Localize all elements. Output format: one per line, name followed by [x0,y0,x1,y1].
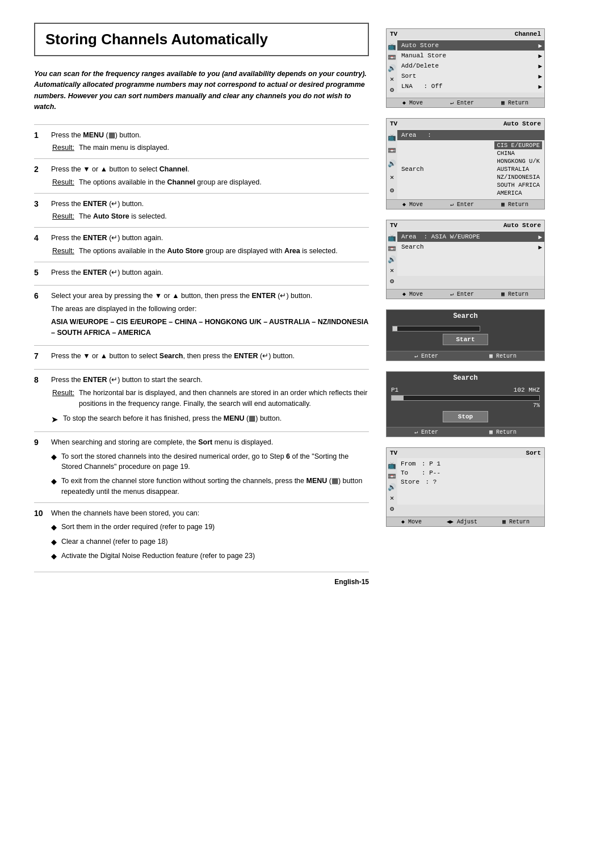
auto-store-panel-2: TV Auto Store 📺 📼 🔊 ✕ ⚙ Area : ASIA W/EU… [386,220,545,299]
area-list: CIS E/EUROPE CHINA HONGKONG U/K AUSTRALI… [494,141,542,197]
x-icon: ✕ [388,265,396,276]
area-item: SOUTH AFRICA [494,181,542,189]
frequency-value: 102 MHZ [514,387,540,393]
tv-icons-col: 📺 📼 🔊 ✕ ⚙ [387,129,397,199]
step-num: 2 [34,164,43,174]
step-5: 5 Press the ENTER (↵) button again. [34,262,369,286]
footer-return: ▦ Return [501,291,528,297]
step-content: When searching and storing are complete,… [51,437,369,497]
vcr-icon: 📼 [388,471,396,482]
search-start-panel: Search Start ↵ Enter ▦ Return [386,309,545,361]
area-item: AUSTRALIA [494,165,542,173]
menu-auto-store: Auto Store ▶ [397,40,544,51]
panel-autostore-title2: Auto Store [503,222,541,229]
step-6: 6 Select your area by pressing the ▼ or … [34,285,369,345]
area-item: NZ/INDONESIA [494,173,542,181]
panel-sort-title: Sort [526,450,541,456]
tv-icon: 📺 [388,233,396,244]
search-active-fill [392,396,404,400]
menu-sort: Sort ▶ [397,71,544,81]
step-num: 10 [34,508,43,518]
search-active-bar [391,395,540,401]
panel-tv-label: TV [390,120,397,127]
step-num: 4 [34,233,43,242]
step-7: 7 Press the ▼ or ▲ button to select Sear… [34,345,369,369]
step-content: Press the ENTER (↵) button. Result: The … [51,199,369,223]
start-button[interactable]: Start [443,334,488,345]
step-4: 4 Press the ENTER (↵) button again. Resu… [34,227,369,262]
panels-column: TV Channel 📺 📼 🔊 ✕ ⚙ Auto Store ▶ [386,23,545,586]
panel-tv-label: TV [390,31,397,37]
stop-button[interactable]: Stop [443,411,488,422]
page-title: Storing Channels Automatically [45,31,358,48]
page-number: English-15 [334,578,369,586]
store-row: Store : ? [400,477,542,487]
step-1: 1 Press the MENU (▦) button. Result: The… [34,124,369,159]
search-row-2: Search ▶ [397,242,544,252]
x-icon: ✕ [388,74,396,85]
step-content: Press the ▼ or ▲ button to select Channe… [51,164,369,188]
step-content: Press the ENTER (↵) button again. Result… [51,233,369,257]
sort-panel: TV Sort 📺 📼 🔊 ✕ ⚙ From : P 1 [386,447,545,527]
step-num: 7 [34,351,43,360]
channel-menu-panel: TV Channel 📺 📼 🔊 ✕ ⚙ Auto Store ▶ [386,28,545,108]
step-content: Press the MENU (▦) button. Result: The m… [51,130,369,154]
sound-icon: 🔊 [388,254,396,265]
vcr-icon: 📼 [388,52,396,63]
tv-icon: 📺 [388,460,396,471]
menu-add-delete: Add/Delete ▶ [397,61,544,71]
tv-icons-col: 📺 📼 🔊 ✕ ⚙ [387,458,397,517]
footer-enter: ↵ Enter [450,291,474,297]
footer-adjust: ◀▶ Adjust [447,518,477,525]
tv-icon: 📺 [388,41,396,52]
footer-move: ◆ Move [402,201,423,208]
footer-move: ◆ Move [401,518,422,525]
search-active-panel: Search P1 102 MHZ 7% Stop ↵ Enter ▦ Retu… [386,371,545,437]
tv-icons-col: 📺 📼 🔊 ✕ ⚙ [387,39,397,98]
search-percent: 7% [391,402,540,409]
step-content: Press the ▼ or ▲ button to select Search… [51,351,369,364]
panel-tv-label: TV [390,450,397,456]
to-row: To : P-- [400,468,542,477]
vcr-icon: 📼 [388,145,396,156]
step-9: 9 When searching and storing are complet… [34,431,369,502]
area-item: CHINA [494,149,542,157]
step-content: When the channels have been stored, you … [51,508,369,562]
channel-label: P1 [391,387,398,393]
step-10: 10 When the channels have been stored, y… [34,502,369,567]
settings-icon: ⚙ [388,185,396,196]
step-2: 2 Press the ▼ or ▲ button to select Chan… [34,158,369,193]
footer-enter: ↵ Enter [450,201,474,208]
step-num: 1 [34,130,43,140]
search-header: Search [387,310,544,322]
footer-move: ◆ Move [402,99,423,106]
step-content: Press the ENTER (↵) button to start the … [51,375,369,426]
area-item: CIS E/EUROPE [494,141,542,149]
search-progress-bar [392,326,480,332]
title-box: Storing Channels Automatically [34,23,369,56]
step-num: 8 [34,375,43,384]
footer-enter: ↵ Enter [414,353,438,359]
panel-autostore-title: Auto Store [503,120,541,127]
x-icon: ✕ [388,172,396,183]
settings-icon: ⚙ [388,276,396,287]
step-8: 8 Press the ENTER (↵) button to start th… [34,369,369,431]
footer-return: ▦ Return [489,429,517,435]
settings-icon: ⚙ [388,504,396,514]
step-content: Press the ENTER (↵) button again. [51,267,369,280]
area-item: AMERICA [494,189,542,197]
vcr-icon: 📼 [388,244,396,254]
intro-paragraph: You can scan for the frequency ranges av… [34,69,369,113]
footer-move: ◆ Move [402,291,423,297]
footer-return: ▦ Return [489,353,517,359]
auto-store-panel-1: TV Auto Store 📺 📼 🔊 ✕ ⚙ Area : [386,118,545,209]
sound-icon: 🔊 [388,482,396,493]
tv-icon: 📺 [388,132,396,143]
footer-return: ▦ Return [501,201,528,208]
search-progress-fill [393,326,397,331]
step-content: Select your area by pressing the ▼ or ▲ … [51,291,369,340]
area-item: HONGKONG U/K [494,157,542,165]
area-row-2: Area : ASIA W/EUROPE ▶ [397,232,544,242]
sound-icon: 🔊 [388,158,396,169]
search-active-header: Search [387,372,544,384]
